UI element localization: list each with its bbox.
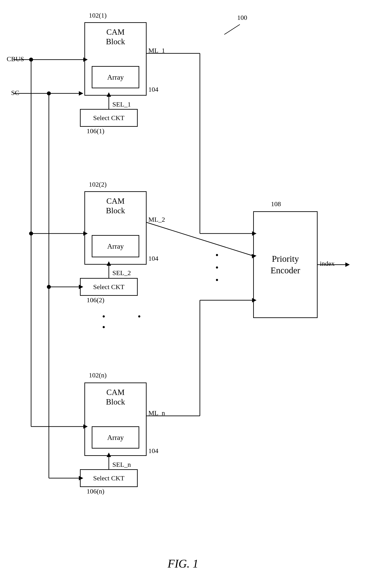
priority-encoder-ref: 108 (271, 200, 281, 208)
ref-100-label: 100 (237, 14, 247, 21)
svg-point-17 (47, 285, 51, 289)
sel-1-label: SEL_1 (112, 101, 131, 108)
cam-block-2-array-label: Array (107, 242, 124, 250)
cam-block-1-array: Array (92, 66, 139, 88)
cam-ref-2: 102(2) (89, 181, 107, 188)
select-ckt-2: Select CKT (80, 278, 138, 296)
array-ref-n: 104 (148, 447, 158, 454)
svg-line-0 (224, 24, 240, 34)
sel-n-label: SEL_n (112, 461, 131, 468)
cam-block-n-label: CAMBlock (85, 383, 146, 407)
select-ckt-2-label: Select CKT (93, 283, 125, 291)
select-ckt-n: Select CKT (80, 469, 138, 487)
cam-block-n-array: Array (92, 426, 139, 449)
priority-encoder-dots: ••• (215, 249, 219, 286)
select-ckt-1-label: Select CKT (93, 114, 125, 122)
index-label: index (320, 260, 335, 267)
cam-block-2-array: Array (92, 235, 139, 257)
svg-marker-12 (79, 91, 83, 96)
svg-point-13 (47, 91, 51, 95)
cam-block-n: CAMBlock Array (84, 382, 147, 456)
ml-2-label: ML_2 (148, 216, 165, 223)
priority-encoder: PriorityEncoder (253, 211, 318, 318)
cam-block-n-array-label: Array (107, 433, 124, 442)
dots-middle: •• (102, 311, 105, 333)
cam-block-1-array-label: Array (107, 73, 124, 81)
cam-block-2-label: CAMBlock (85, 192, 146, 215)
cam-block-2: CAMBlock Array (84, 191, 147, 265)
cbus-label: CBUS (7, 55, 24, 63)
sc-label: SC (11, 89, 19, 96)
cam-block-1-label: CAMBlock (85, 23, 146, 47)
cam-ref-1: 102(1) (89, 12, 107, 19)
cam-ref-n: 102(n) (89, 371, 107, 379)
svg-marker-38 (345, 262, 350, 267)
array-ref-1: 104 (148, 86, 158, 93)
svg-line-31 (147, 222, 253, 256)
priority-encoder-label: PriorityEncoder (270, 253, 300, 276)
dots-102-ref: • (138, 311, 141, 322)
select-ref-n: 106(n) (87, 487, 104, 495)
select-ref-2: 106(2) (87, 296, 104, 304)
sel-2-label: SEL_2 (112, 269, 131, 277)
select-ckt-1: Select CKT (80, 109, 138, 127)
ml-1-label: ML_1 (148, 47, 165, 54)
select-ckt-n-label: Select CKT (93, 474, 125, 482)
ml-n-label: ML_n (148, 409, 165, 417)
cam-block-1: CAMBlock Array (84, 22, 147, 96)
svg-point-3 (29, 58, 33, 62)
diagram: 100 CAMBlock Array 104 102(1) ML_1 Selec… (0, 0, 366, 588)
select-ref-1: 106(1) (87, 127, 104, 135)
svg-point-7 (29, 231, 33, 236)
figure-caption: FIG. 1 (168, 557, 198, 570)
array-ref-2: 104 (148, 255, 158, 262)
